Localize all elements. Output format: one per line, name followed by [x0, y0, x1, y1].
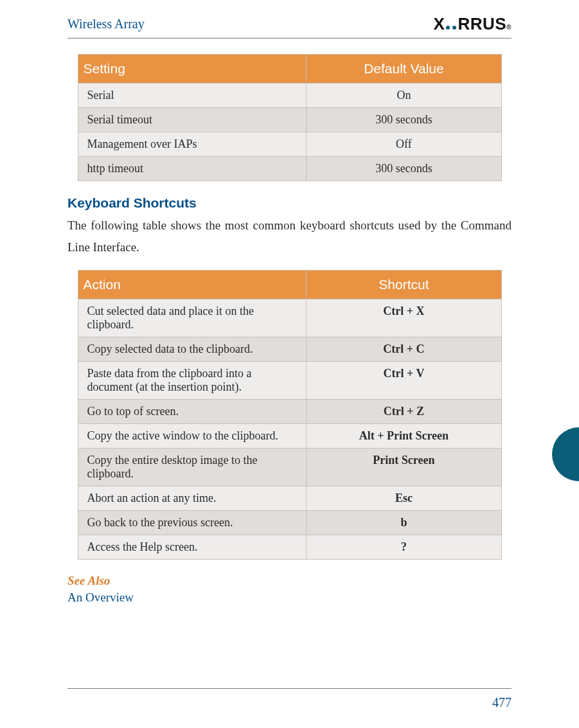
shortcut-text: Ctrl + Z — [307, 400, 501, 424]
table-header-row: Action Shortcut — [78, 271, 501, 299]
table-header-action: Action — [78, 271, 307, 299]
setting-value: 300 seconds — [307, 108, 501, 132]
table-header-shortcut: Shortcut — [307, 271, 501, 299]
action-text: Copy the active window to the clipboard. — [78, 424, 307, 448]
action-text: Copy selected data to the clipboard. — [78, 337, 307, 362]
shortcut-text: Esc — [307, 486, 501, 511]
setting-value: Off — [307, 132, 501, 157]
settings-table-body: Serial On Serial timeout 300 seconds Man… — [78, 84, 501, 181]
action-text: Paste data from the clipboard into a doc… — [78, 362, 307, 400]
table-row: Go to top of screen. Ctrl + Z — [78, 400, 501, 424]
logo-rrus: RRUS — [458, 14, 506, 34]
table-row: Copy the active window to the clipboard.… — [78, 424, 501, 448]
setting-name: Serial — [78, 84, 307, 108]
see-also-label: See Also — [67, 574, 512, 588]
shortcut-text: Alt + Print Screen — [307, 424, 501, 448]
setting-value: On — [307, 84, 501, 108]
table-row: Copy selected data to the clipboard. Ctr… — [78, 337, 501, 362]
table-row: Abort an action at any time. Esc — [78, 486, 501, 511]
action-text: Go back to the previous screen. — [78, 511, 307, 535]
brand-logo: XRRUS® — [434, 14, 512, 34]
shortcut-text: b — [307, 511, 501, 535]
shortcut-text: Ctrl + C — [307, 337, 501, 362]
table-row: http timeout 300 seconds — [78, 157, 501, 181]
shortcut-text: Print Screen — [307, 448, 501, 486]
section-heading-keyboard-shortcuts: Keyboard Shortcuts — [67, 195, 512, 211]
action-text: Copy the entire desktop image to the cli… — [78, 448, 307, 486]
header-rule — [67, 38, 512, 39]
table-header-row: Setting Default Value — [78, 55, 501, 84]
running-head: Wireless Array — [67, 17, 145, 31]
table-row: Cut selected data and place it on the cl… — [78, 299, 501, 337]
logo-dot-icon — [446, 26, 450, 30]
shortcut-text: Ctrl + X — [307, 299, 501, 337]
see-also-link-overview[interactable]: An Overview — [67, 590, 512, 605]
footer-rule — [67, 688, 512, 689]
logo-dot-icon — [452, 26, 456, 30]
action-text: Cut selected data and place it on the cl… — [78, 299, 307, 337]
shortcut-text: Ctrl + V — [307, 362, 501, 400]
table-row: Serial On — [78, 84, 501, 108]
setting-name: Serial timeout — [78, 108, 307, 132]
table-row: Go back to the previous screen. b — [78, 511, 501, 535]
setting-name: http timeout — [78, 157, 307, 181]
table-header-default-value: Default Value — [307, 55, 501, 84]
shortcuts-table-body: Cut selected data and place it on the cl… — [78, 299, 501, 560]
action-text: Abort an action at any time. — [78, 486, 307, 511]
table-row: Access the Help screen. ? — [78, 535, 501, 560]
action-text: Go to top of screen. — [78, 400, 307, 424]
registered-icon: ® — [506, 24, 512, 31]
table-header-setting: Setting — [78, 55, 307, 84]
setting-name: Management over IAPs — [78, 132, 307, 157]
table-row: Copy the entire desktop image to the cli… — [78, 448, 501, 486]
table-row: Paste data from the clipboard into a doc… — [78, 362, 501, 400]
settings-table: Setting Default Value Serial On Serial t… — [78, 54, 502, 181]
setting-value: 300 seconds — [307, 157, 501, 181]
shortcuts-table: Action Shortcut Cut selected data and pl… — [78, 270, 502, 560]
table-row: Management over IAPs Off — [78, 132, 501, 157]
action-text: Access the Help screen. — [78, 535, 307, 560]
table-row: Serial timeout 300 seconds — [78, 108, 501, 132]
intro-paragraph: The following table shows the most commo… — [67, 215, 512, 258]
page-number: 477 — [67, 695, 512, 710]
logo-x: X — [434, 14, 445, 34]
shortcut-text: ? — [307, 535, 501, 560]
